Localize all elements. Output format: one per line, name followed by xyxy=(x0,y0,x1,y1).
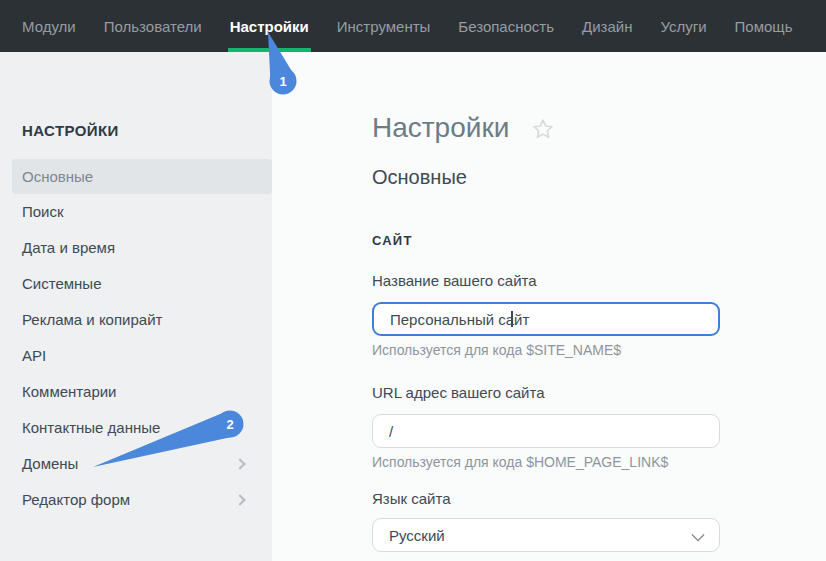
site-name-help: Используется для кода $SITE_NAME$ xyxy=(372,342,826,358)
section-heading-site: САЙТ xyxy=(372,233,826,249)
nav-tab-security[interactable]: Безопасность xyxy=(458,0,554,52)
site-url-label: URL адрес вашего сайта xyxy=(372,384,826,402)
text-cursor xyxy=(511,311,513,327)
nav-tab-services[interactable]: Услуги xyxy=(660,0,706,52)
site-name-label: Название вашего сайта xyxy=(372,272,826,290)
main-content: Настройки Основные САЙТ Название вашего … xyxy=(272,52,826,561)
sidebar-item-comments[interactable]: Комментарии xyxy=(12,374,272,410)
site-url-help: Используется для кода $HOME_PAGE_LINK$ xyxy=(372,454,826,470)
site-name-input[interactable] xyxy=(372,302,720,336)
sidebar-heading: НАСТРОЙКИ xyxy=(22,122,272,139)
selected-language: Русский xyxy=(389,527,445,544)
sidebar-item-search[interactable]: Поиск xyxy=(12,194,272,230)
sidebar-menu: Основные Поиск Дата и время Системные Ре… xyxy=(0,159,272,518)
top-navigation: Модули Пользователи Настройки Инструмент… xyxy=(0,0,826,52)
site-language-select[interactable]: Русский xyxy=(372,518,720,552)
nav-tab-users[interactable]: Пользователи xyxy=(104,0,202,52)
page-title: Настройки xyxy=(372,111,509,145)
page-subtitle: Основные xyxy=(372,165,826,189)
nav-tab-help[interactable]: Помощь xyxy=(735,0,793,52)
chevron-right-icon xyxy=(234,458,245,469)
nav-tab-modules[interactable]: Модули xyxy=(22,0,76,52)
sidebar-item-form-editor[interactable]: Редактор форм xyxy=(12,482,272,518)
site-language-label: Язык сайта xyxy=(372,490,826,508)
sidebar-item-ads-copyright[interactable]: Реклама и копирайт xyxy=(12,302,272,338)
settings-page: Модули Пользователи Настройки Инструмент… xyxy=(0,0,826,561)
sidebar-item-domains[interactable]: Домены xyxy=(12,446,272,482)
nav-tab-design[interactable]: Дизайн xyxy=(582,0,632,52)
sidebar-item-date-time[interactable]: Дата и время xyxy=(12,230,272,266)
sidebar-item-system[interactable]: Системные xyxy=(12,266,272,302)
favorite-star-icon[interactable] xyxy=(531,117,555,141)
sidebar-item-api[interactable]: API xyxy=(12,338,272,374)
chevron-right-icon xyxy=(234,494,245,505)
nav-tab-settings[interactable]: Настройки xyxy=(230,0,309,52)
sidebar-item-contacts[interactable]: Контактные данные xyxy=(12,410,272,446)
settings-sidebar: НАСТРОЙКИ Основные Поиск Дата и время Си… xyxy=(0,52,272,561)
site-url-input[interactable] xyxy=(372,414,720,448)
sidebar-item-general[interactable]: Основные xyxy=(12,159,272,194)
nav-tab-tools[interactable]: Инструменты xyxy=(337,0,431,52)
chevron-down-icon xyxy=(691,528,705,542)
